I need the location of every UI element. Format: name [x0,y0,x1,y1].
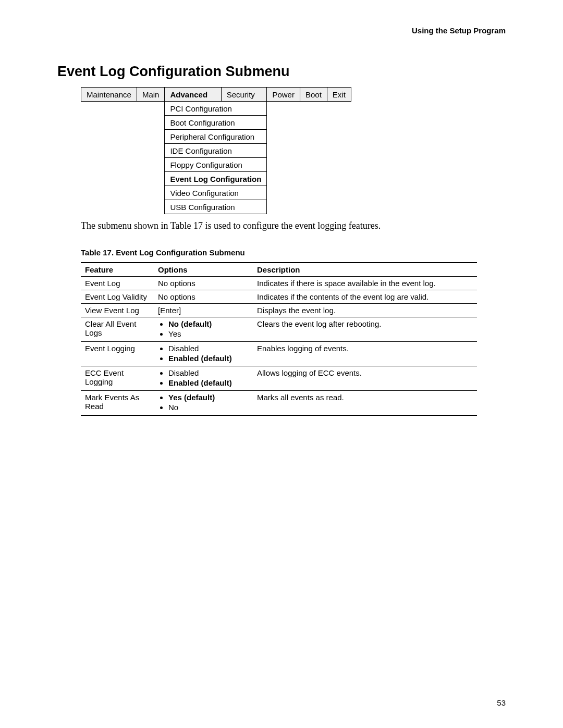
option-item: Yes (default) [168,393,249,403]
table-caption: Table 17. Event Log Configuration Submen… [81,248,506,257]
menu-submenu-label: PCI Configuration [170,104,231,113]
col-header-options: Options [154,263,253,277]
options-cell: No options [154,277,253,290]
feature-cell: Mark Events As Read [81,391,154,416]
options-cell: Yes (default)No [154,391,253,416]
options-cell: DisabledEnabled (default) [154,342,253,366]
menu-tab: Maintenance [81,88,137,102]
feature-table: Feature Options Description Event LogNo … [81,262,477,416]
description-cell: Displays the event log. [253,304,477,317]
blank-cell [267,186,351,200]
menu-submenu-label: USB Configuration [170,203,235,212]
menu-submenu-item: Floppy Configuration [165,158,267,172]
description-cell: Clears the event log after rebooting. [253,317,477,342]
menu-submenu-item: Peripheral Configuration [165,130,267,144]
feature-cell: Event Log Validity [81,290,154,304]
menu-submenu-row: IDE Configuration [81,144,351,158]
blank-cell [81,200,165,214]
menu-tab-label: Advanced [170,90,207,99]
blank-cell [267,172,351,186]
menu-table: MaintenanceMainAdvancedSecurityPowerBoot… [81,87,351,214]
options-text: [Enter] [158,306,181,315]
description-cell: Allows logging of ECC events. [253,366,477,391]
description-cell: Indicates if there is space available in… [253,277,477,290]
blank-cell [267,200,351,214]
option-item: Enabled (default) [168,378,249,388]
feature-cell: Event Logging [81,342,154,366]
description-cell: Enables logging of events. [253,342,477,366]
menu-submenu-row: Boot Configuration [81,116,351,130]
menu-tab-label: Power [272,90,295,99]
option-item: No (default) [168,319,249,329]
menu-tab: Exit [327,88,351,102]
menu-submenu-label: Boot Configuration [170,118,235,127]
option-item: Yes [168,329,249,339]
feature-row: Mark Events As ReadYes (default)NoMarks … [81,391,477,416]
page-number: 53 [497,698,506,707]
menu-submenu-row: Peripheral Configuration [81,130,351,144]
options-cell: No (default)Yes [154,317,253,342]
option-item: No [168,403,249,413]
menu-submenu-row: Floppy Configuration [81,158,351,172]
blank-cell [267,116,351,130]
options-list: DisabledEnabled (default) [158,368,249,388]
blank-cell [267,102,351,116]
menu-submenu-label: Event Log Configuration [170,175,261,183]
menu-tab: Advanced [165,88,221,102]
feature-table-body: Event LogNo optionsIndicates if there is… [81,277,477,416]
description-cell: Indicates if the contents of the event l… [253,290,477,304]
feature-row: View Event Log[Enter]Displays the event … [81,304,477,317]
option-item: Disabled [168,368,249,378]
intro-paragraph: The submenu shown in Table 17 is used to… [81,220,506,231]
options-cell: [Enter] [154,304,253,317]
menu-tab-label: Main [142,90,160,99]
blank-cell [81,144,165,158]
menu-submenu-row: USB Configuration [81,200,351,214]
menu-submenu-item: Video Configuration [165,186,267,200]
menu-tab: Main [137,88,165,102]
blank-cell [267,130,351,144]
menu-tab-label: Security [227,90,255,99]
feature-row: Event Log ValidityNo optionsIndicates if… [81,290,477,304]
blank-cell [81,102,165,116]
col-header-feature: Feature [81,263,154,277]
menu-submenu-row: Event Log Configuration [81,172,351,186]
feature-row: ECC Event LoggingDisabledEnabled (defaul… [81,366,477,391]
blank-cell [81,172,165,186]
blank-cell [267,158,351,172]
option-item: Disabled [168,344,249,354]
running-header: Using the Setup Program [57,26,506,35]
menu-submenu-row: Video Configuration [81,186,351,200]
blank-cell [81,130,165,144]
blank-cell [81,158,165,172]
page: Using the Setup Program Event Log Config… [0,0,563,728]
feature-cell: ECC Event Logging [81,366,154,391]
feature-cell: View Event Log [81,304,154,317]
menu-submenu-item: USB Configuration [165,200,267,214]
feature-cell: Event Log [81,277,154,290]
blank-cell [81,186,165,200]
section-title: Event Log Configuration Submenu [57,64,506,80]
menu-tab-label: Maintenance [87,90,131,99]
menu-tab: Security [221,88,267,102]
options-cell: DisabledEnabled (default) [154,366,253,391]
menu-submenu-item: Event Log Configuration [165,172,267,186]
menu-submenu-item: PCI Configuration [165,102,267,116]
menu-submenu-label: Peripheral Configuration [170,132,254,141]
options-list: DisabledEnabled (default) [158,344,249,364]
menu-submenu-item: IDE Configuration [165,144,267,158]
options-text: No options [158,292,195,301]
blank-cell [267,144,351,158]
menu-tab: Boot [300,88,327,102]
feature-row: Clear All Event LogsNo (default)YesClear… [81,317,477,342]
menu-submenu-row: PCI Configuration [81,102,351,116]
menu-submenu-label: IDE Configuration [170,146,231,155]
menu-submenu-label: Floppy Configuration [170,161,242,169]
options-list: Yes (default)No [158,393,249,413]
option-item: Enabled (default) [168,354,249,364]
blank-cell [81,116,165,130]
options-cell: No options [154,290,253,304]
menu-tab-label: Boot [305,90,322,99]
menu-tab: Power [267,88,300,102]
menu-submenu-item: Boot Configuration [165,116,267,130]
